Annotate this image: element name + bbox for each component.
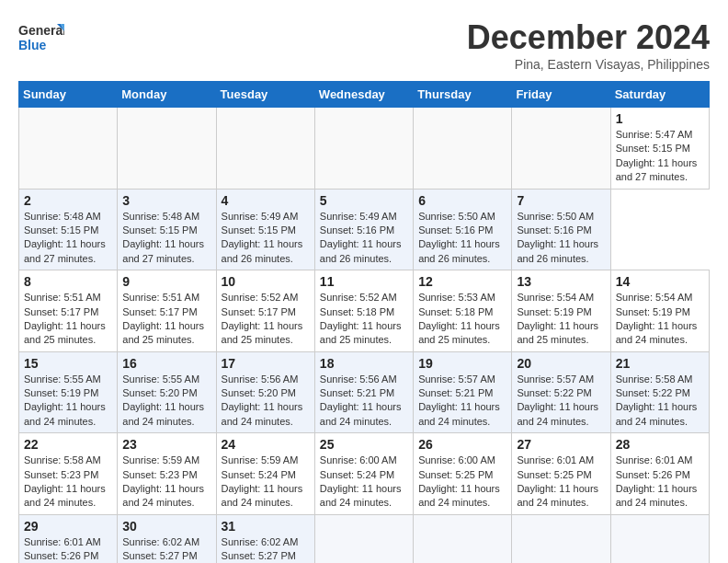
day-info: Sunrise: 5:49 AMSunset: 5:15 PMDaylight:…: [222, 210, 310, 267]
day-number: 29: [24, 519, 112, 534]
day-header-thursday: Thursday: [414, 82, 512, 108]
day-number: 26: [418, 437, 506, 452]
empty-cell: [414, 108, 512, 190]
day-info: Sunrise: 5:48 AMSunset: 5:15 PMDaylight:…: [24, 210, 112, 267]
day-number: 16: [122, 356, 210, 371]
day-header-tuesday: Tuesday: [216, 82, 314, 108]
empty-cell: [19, 108, 118, 190]
day-cell: 18 Sunrise: 5:56 AMSunset: 5:21 PMDaylig…: [314, 351, 413, 433]
day-number: 6: [418, 193, 506, 208]
day-number: 18: [320, 356, 408, 371]
calendar-table: SundayMondayTuesdayWednesdayThursdayFrid…: [18, 81, 710, 563]
day-number: 22: [24, 437, 112, 452]
day-info: Sunrise: 5:55 AMSunset: 5:20 PMDaylight:…: [122, 373, 210, 430]
day-number: 14: [616, 274, 704, 289]
day-cell: 28 Sunrise: 6:01 AMSunset: 5:26 PMDaylig…: [610, 433, 709, 515]
day-header-sunday: Sunday: [19, 82, 118, 108]
week-row-5: 22 Sunrise: 5:58 AMSunset: 5:23 PMDaylig…: [19, 433, 710, 515]
day-number: 23: [122, 437, 210, 452]
day-cell: 3 Sunrise: 5:48 AMSunset: 5:15 PMDayligh…: [118, 189, 216, 270]
day-cell: 26 Sunrise: 6:00 AMSunset: 5:25 PMDaylig…: [414, 433, 512, 515]
day-info: Sunrise: 5:54 AMSunset: 5:19 PMDaylight:…: [616, 291, 704, 348]
day-cell: 11 Sunrise: 5:52 AMSunset: 5:18 PMDaylig…: [314, 270, 413, 352]
day-number: 17: [222, 356, 310, 371]
day-cell: 25 Sunrise: 6:00 AMSunset: 5:24 PMDaylig…: [314, 433, 413, 515]
day-info: Sunrise: 6:01 AMSunset: 5:26 PMDaylight:…: [24, 535, 112, 563]
day-header-saturday: Saturday: [610, 82, 709, 108]
empty-cell: [216, 108, 314, 190]
day-cell: 9 Sunrise: 5:51 AMSunset: 5:17 PMDayligh…: [118, 270, 216, 352]
day-number: 4: [222, 193, 310, 208]
day-info: Sunrise: 5:57 AMSunset: 5:21 PMDaylight:…: [418, 373, 506, 430]
day-number: 8: [24, 274, 112, 289]
day-info: Sunrise: 6:00 AMSunset: 5:24 PMDaylight:…: [320, 454, 408, 511]
month-title: December 2024: [467, 18, 710, 57]
day-cell: 22 Sunrise: 5:58 AMSunset: 5:23 PMDaylig…: [19, 433, 118, 515]
week-row-3: 8 Sunrise: 5:51 AMSunset: 5:17 PMDayligh…: [19, 270, 710, 352]
day-cell: [610, 514, 709, 563]
day-number: 19: [418, 356, 506, 371]
day-info: Sunrise: 5:48 AMSunset: 5:15 PMDaylight:…: [122, 210, 210, 267]
day-info: Sunrise: 5:49 AMSunset: 5:16 PMDaylight:…: [320, 210, 408, 267]
day-number: 13: [517, 274, 605, 289]
day-cell: 20 Sunrise: 5:57 AMSunset: 5:22 PMDaylig…: [512, 351, 610, 433]
page-header: General Blue December 2024 Pina, Eastern…: [18, 18, 710, 72]
day-cell: 15 Sunrise: 5:55 AMSunset: 5:19 PMDaylig…: [19, 351, 118, 433]
day-cell: 13 Sunrise: 5:54 AMSunset: 5:19 PMDaylig…: [512, 270, 610, 352]
day-info: Sunrise: 5:58 AMSunset: 5:22 PMDaylight:…: [616, 373, 704, 430]
day-number: 12: [418, 274, 506, 289]
day-number: 15: [24, 356, 112, 371]
day-info: Sunrise: 5:57 AMSunset: 5:22 PMDaylight:…: [517, 373, 605, 430]
day-cell: 10 Sunrise: 5:52 AMSunset: 5:17 PMDaylig…: [216, 270, 314, 352]
day-info: Sunrise: 5:59 AMSunset: 5:23 PMDaylight:…: [122, 454, 210, 511]
week-row-6: 29 Sunrise: 6:01 AMSunset: 5:26 PMDaylig…: [19, 514, 710, 563]
day-cell: 31 Sunrise: 6:02 AMSunset: 5:27 PMDaylig…: [216, 514, 314, 563]
day-cell: 16 Sunrise: 5:55 AMSunset: 5:20 PMDaylig…: [118, 351, 216, 433]
week-row-1: 1 Sunrise: 5:47 AMSunset: 5:15 PMDayligh…: [19, 108, 710, 190]
empty-cell: [512, 108, 610, 190]
svg-text:Blue: Blue: [18, 38, 47, 52]
day-cell: 14 Sunrise: 5:54 AMSunset: 5:19 PMDaylig…: [610, 270, 709, 352]
svg-text:General: General: [18, 23, 64, 38]
day-cell: 8 Sunrise: 5:51 AMSunset: 5:17 PMDayligh…: [19, 270, 118, 352]
day-info: Sunrise: 6:01 AMSunset: 5:26 PMDaylight:…: [616, 454, 704, 511]
day-info: Sunrise: 5:51 AMSunset: 5:17 PMDaylight:…: [122, 291, 210, 348]
day-info: Sunrise: 5:51 AMSunset: 5:17 PMDaylight:…: [24, 291, 112, 348]
day-cell: 30 Sunrise: 6:02 AMSunset: 5:27 PMDaylig…: [118, 514, 216, 563]
day-cell: 29 Sunrise: 6:01 AMSunset: 5:26 PMDaylig…: [19, 514, 118, 563]
day-number: 21: [616, 356, 704, 371]
day-info: Sunrise: 6:02 AMSunset: 5:27 PMDaylight:…: [122, 535, 210, 563]
day-cell: 19 Sunrise: 5:57 AMSunset: 5:21 PMDaylig…: [414, 351, 512, 433]
day-cell: 23 Sunrise: 5:59 AMSunset: 5:23 PMDaylig…: [118, 433, 216, 515]
day-number: 3: [122, 193, 210, 208]
title-area: December 2024 Pina, Eastern Visayas, Phi…: [467, 18, 710, 72]
logo: General Blue: [18, 18, 64, 60]
day-number: 2: [24, 193, 112, 208]
day-info: Sunrise: 5:55 AMSunset: 5:19 PMDaylight:…: [24, 373, 112, 430]
day-cell: [512, 514, 610, 563]
day-cell: [414, 514, 512, 563]
week-row-4: 15 Sunrise: 5:55 AMSunset: 5:19 PMDaylig…: [19, 351, 710, 433]
day-cell: 17 Sunrise: 5:56 AMSunset: 5:20 PMDaylig…: [216, 351, 314, 433]
day-info: Sunrise: 5:54 AMSunset: 5:19 PMDaylight:…: [517, 291, 605, 348]
day-number: 27: [517, 437, 605, 452]
day-cell: 5 Sunrise: 5:49 AMSunset: 5:16 PMDayligh…: [314, 189, 413, 270]
day-header-wednesday: Wednesday: [314, 82, 413, 108]
day-cell: [314, 514, 413, 563]
day-info: Sunrise: 5:53 AMSunset: 5:18 PMDaylight:…: [418, 291, 506, 348]
day-number: 7: [517, 193, 605, 208]
day-cell: 21 Sunrise: 5:58 AMSunset: 5:22 PMDaylig…: [610, 351, 709, 433]
day-number: 20: [517, 356, 605, 371]
day-info: Sunrise: 6:00 AMSunset: 5:25 PMDaylight:…: [418, 454, 506, 511]
day-header-monday: Monday: [118, 82, 216, 108]
day-cell: 24 Sunrise: 5:59 AMSunset: 5:24 PMDaylig…: [216, 433, 314, 515]
location-subtitle: Pina, Eastern Visayas, Philippines: [467, 57, 710, 72]
empty-cell: [118, 108, 216, 190]
day-info: Sunrise: 5:56 AMSunset: 5:21 PMDaylight:…: [320, 373, 408, 430]
day-header-friday: Friday: [512, 82, 610, 108]
day-number: 5: [320, 193, 408, 208]
day-cell: 2 Sunrise: 5:48 AMSunset: 5:15 PMDayligh…: [19, 189, 118, 270]
day-info: Sunrise: 5:59 AMSunset: 5:24 PMDaylight:…: [222, 454, 310, 511]
day-info: Sunrise: 5:47 AMSunset: 5:15 PMDaylight:…: [616, 128, 704, 185]
day-info: Sunrise: 6:01 AMSunset: 5:25 PMDaylight:…: [517, 454, 605, 511]
